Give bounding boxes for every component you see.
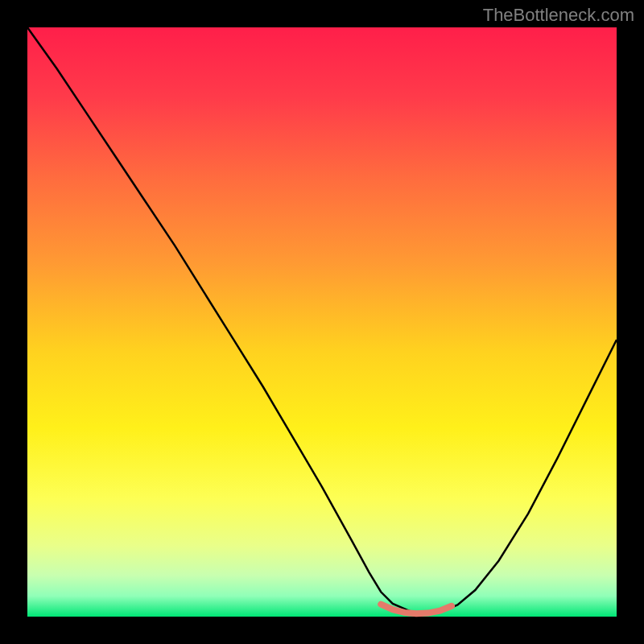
plot-background	[27, 27, 617, 617]
chart-svg	[0, 0, 644, 644]
watermark-text: TheBottleneck.com	[483, 5, 634, 26]
chart-container: TheBottleneck.com	[0, 0, 644, 644]
